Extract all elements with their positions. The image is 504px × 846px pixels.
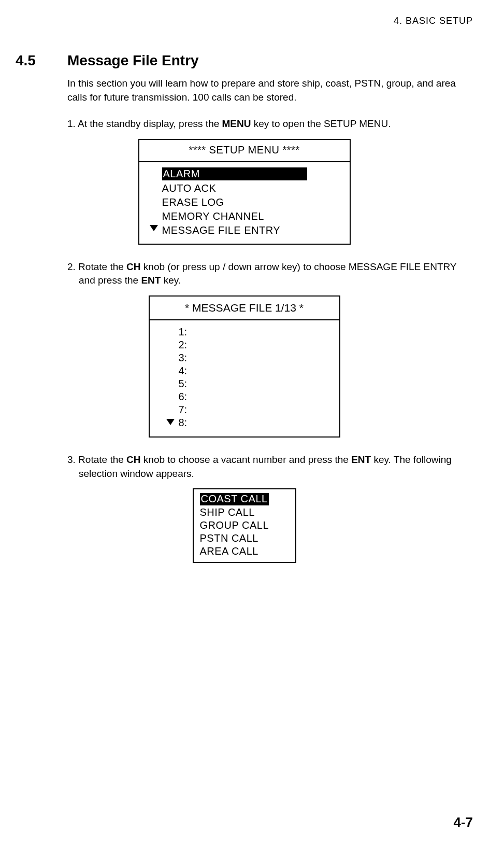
menu-label: ERASE LOG bbox=[162, 196, 224, 208]
file-line-2: 2: bbox=[160, 339, 329, 351]
file-label: 2: bbox=[179, 339, 188, 350]
call-label: GROUP CALL bbox=[200, 519, 269, 531]
step1-suffix: key to open the SETUP MENU. bbox=[251, 118, 391, 129]
step3-mid: knob to choose a vacant number and press… bbox=[141, 454, 352, 465]
call-item-pstn: PSTN CALL bbox=[199, 532, 290, 545]
file-label: 7: bbox=[179, 404, 188, 415]
menu-item-memory-channel: MEMORY CHANNEL bbox=[150, 209, 339, 223]
call-item-area: AREA CALL bbox=[199, 545, 290, 558]
file-line-5: 5: bbox=[160, 377, 329, 390]
section-title: Message File Entry bbox=[67, 52, 199, 69]
step3-prefix: 3. Rotate the bbox=[67, 454, 126, 465]
section-heading: 4.5 Message File Entry bbox=[16, 52, 473, 69]
file-line-4: 4: bbox=[160, 364, 329, 377]
message-file-title: * MESSAGE FILE 1/13 * bbox=[150, 297, 339, 320]
step1-bold: MENU bbox=[222, 118, 251, 129]
menu-label: MEMORY CHANNEL bbox=[162, 210, 264, 222]
step-2: 2. Rotate the CH knob (or press up / dow… bbox=[67, 260, 473, 288]
file-label: 4: bbox=[179, 365, 188, 376]
menu-label: ALARM bbox=[162, 167, 307, 180]
setup-menu-title: **** SETUP MENU **** bbox=[139, 140, 350, 162]
message-file-body: 1: 2: 3: 4: 5: 6: 7: 8: bbox=[150, 320, 339, 436]
file-label: 8: bbox=[179, 417, 188, 428]
step2-bold1: CH bbox=[126, 261, 140, 272]
file-label: 5: bbox=[179, 378, 188, 389]
step2-prefix: 2. Rotate the bbox=[67, 261, 126, 272]
call-label: PSTN CALL bbox=[200, 532, 258, 544]
call-label: AREA CALL bbox=[200, 545, 258, 557]
menu-label: MESSAGE FILE ENTRY bbox=[162, 224, 281, 236]
file-label: 6: bbox=[179, 391, 188, 402]
menu-label: AUTO ACK bbox=[162, 182, 217, 194]
file-line-3: 3: bbox=[160, 351, 329, 364]
file-line-7: 7: bbox=[160, 403, 329, 416]
step-3: 3. Rotate the CH knob to choose a vacant… bbox=[67, 453, 473, 481]
step2-suffix: key. bbox=[161, 275, 181, 286]
chapter-header: 4. BASIC SETUP bbox=[16, 16, 473, 26]
page-number: 4-7 bbox=[453, 814, 473, 830]
call-item-coast: COAST CALL bbox=[199, 492, 290, 506]
message-file-screen: * MESSAGE FILE 1/13 * 1: 2: 3: 4: 5: 6: … bbox=[149, 295, 340, 438]
step1-prefix: 1. At the standby display, press the bbox=[67, 118, 222, 129]
down-arrow-icon bbox=[150, 225, 158, 231]
setup-menu-screen: **** SETUP MENU **** ALARM AUTO ACK ERAS… bbox=[138, 139, 351, 245]
setup-menu-body: ALARM AUTO ACK ERASE LOG MEMORY CHANNEL … bbox=[139, 162, 350, 244]
file-label: 1: bbox=[179, 326, 188, 337]
menu-item-alarm: ALARM bbox=[150, 166, 339, 181]
menu-item-erase-log: ERASE LOG bbox=[150, 195, 339, 209]
call-item-ship: SHIP CALL bbox=[199, 506, 290, 519]
step3-bold2: ENT bbox=[351, 454, 371, 465]
file-label: 3: bbox=[179, 352, 188, 363]
file-line-8: 8: bbox=[160, 416, 329, 429]
step-1: 1. At the standby display, press the MEN… bbox=[67, 117, 473, 131]
intro-paragraph: In this section you will learn how to pr… bbox=[67, 77, 473, 104]
menu-item-message-file-entry: MESSAGE FILE ENTRY bbox=[150, 223, 339, 237]
section-number: 4.5 bbox=[16, 52, 67, 69]
call-label: SHIP CALL bbox=[200, 506, 255, 518]
step3-bold1: CH bbox=[126, 454, 140, 465]
call-item-group: GROUP CALL bbox=[199, 519, 290, 532]
down-arrow-icon bbox=[166, 419, 175, 425]
file-line-6: 6: bbox=[160, 390, 329, 403]
menu-item-auto-ack: AUTO ACK bbox=[150, 181, 339, 195]
step2-bold2: ENT bbox=[141, 275, 161, 286]
file-line-1: 1: bbox=[160, 326, 329, 339]
call-label: COAST CALL bbox=[200, 493, 269, 505]
call-type-screen: COAST CALL SHIP CALL GROUP CALL PSTN CAL… bbox=[193, 488, 296, 563]
